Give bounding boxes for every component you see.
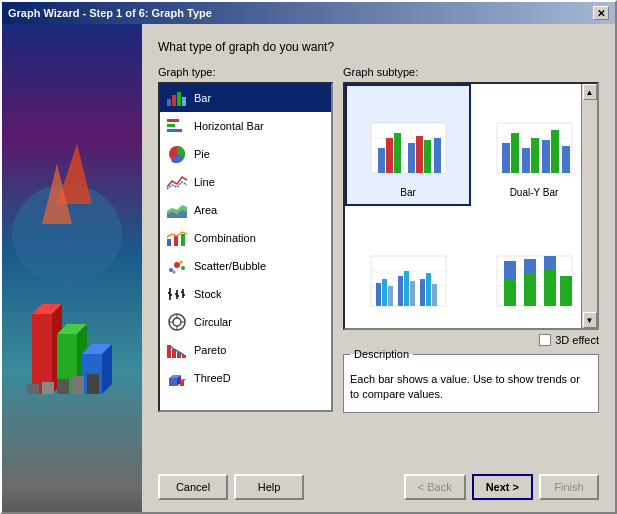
svg-rect-19	[172, 95, 176, 106]
svg-rect-22	[167, 119, 179, 122]
svg-point-31	[169, 268, 173, 272]
svg-rect-100	[544, 256, 556, 269]
graph-type-item-stock[interactable]: Stock	[160, 280, 331, 308]
svg-rect-69	[434, 138, 441, 173]
svg-rect-11	[27, 384, 39, 394]
bar-label: Bar	[194, 92, 211, 104]
graph-type-item-pie[interactable]: Pie	[160, 140, 331, 168]
svg-rect-55	[169, 378, 177, 386]
svg-rect-91	[432, 284, 437, 306]
title-bar: Graph Wizard - Step 1 of 6: Graph Type ✕	[2, 2, 615, 24]
graph-type-item-combination[interactable]: Combination	[160, 224, 331, 252]
bar-subtype-chart	[366, 118, 451, 183]
stock-icon	[166, 285, 188, 303]
svg-rect-98	[524, 259, 536, 273]
threed-icon	[166, 369, 188, 387]
graph-type-list: Bar Horizontal Bar	[158, 82, 333, 412]
svg-rect-97	[524, 273, 536, 306]
subtype-item-3[interactable]	[345, 206, 471, 328]
3d-effect-checkbox[interactable]	[539, 334, 551, 346]
cancel-button[interactable]: Cancel	[158, 474, 228, 500]
svg-point-46	[173, 318, 181, 326]
line-icon	[166, 173, 188, 191]
bar-subtype-label: Bar	[400, 187, 416, 198]
svg-rect-86	[398, 276, 403, 306]
svg-rect-28	[167, 239, 171, 246]
hbar-icon	[166, 117, 188, 135]
svg-rect-83	[376, 283, 381, 306]
svg-rect-21	[182, 97, 186, 106]
pareto-label: Pareto	[194, 344, 226, 356]
subtype4-chart	[492, 251, 577, 316]
pie-label: Pie	[194, 148, 210, 160]
svg-rect-54	[182, 355, 186, 358]
combination-label: Combination	[194, 232, 256, 244]
svg-rect-66	[408, 143, 415, 173]
graph-type-item-threed[interactable]: ThreeD	[160, 364, 331, 392]
scroll-down-button[interactable]: ▼	[583, 312, 597, 328]
svg-point-35	[180, 261, 183, 264]
left-panel	[2, 24, 142, 512]
svg-rect-20	[177, 92, 181, 106]
3d-effect-label: 3D effect	[555, 334, 599, 346]
svg-rect-14	[72, 376, 84, 394]
svg-rect-29	[174, 236, 178, 246]
dual-y-bar-chart	[492, 118, 577, 183]
content-area: Graph type: Bar	[158, 66, 599, 462]
graph-type-item-bar[interactable]: Bar	[160, 84, 331, 112]
wizard-window: Graph Wizard - Step 1 of 6: Graph Type ✕	[0, 0, 617, 514]
graph-type-item-pareto[interactable]: Pareto	[160, 336, 331, 364]
description-legend: Description	[350, 348, 413, 360]
svg-rect-12	[42, 382, 54, 394]
area-icon	[166, 201, 188, 219]
scatter-label: Scatter/Bubble	[194, 260, 266, 272]
circular-label: Circular	[194, 316, 232, 328]
svg-rect-78	[551, 130, 559, 173]
svg-rect-90	[426, 273, 431, 306]
svg-rect-74	[511, 133, 519, 173]
svg-point-32	[174, 262, 180, 268]
graph-type-item-circular[interactable]: Circular	[160, 308, 331, 336]
hbar-label: Horizontal Bar	[194, 120, 264, 132]
subtype-item-bar[interactable]: Bar	[345, 84, 471, 206]
description-fieldset: Description Each bar shows a value. Use …	[343, 348, 599, 413]
subtype-area: Bar	[343, 82, 599, 330]
svg-point-34	[173, 271, 176, 274]
svg-rect-23	[167, 124, 175, 127]
svg-rect-65	[394, 133, 401, 173]
subtype-item-dual-y-bar[interactable]: Dual-Y Bar	[471, 84, 597, 206]
help-button[interactable]: Help	[234, 474, 304, 500]
svg-rect-18	[167, 99, 171, 106]
pareto-icon	[166, 341, 188, 359]
next-button[interactable]: Next >	[472, 474, 533, 500]
graph-type-item-line[interactable]: Line	[160, 168, 331, 196]
graph-type-item-hbar[interactable]: Horizontal Bar	[160, 112, 331, 140]
graph-subtype-label: Graph subtype:	[343, 66, 599, 78]
question-text: What type of graph do you want?	[158, 40, 599, 54]
graph-type-item-area[interactable]: Area	[160, 196, 331, 224]
threed-label: ThreeD	[194, 372, 231, 384]
svg-rect-79	[562, 146, 570, 173]
svg-rect-68	[424, 140, 431, 173]
svg-rect-85	[388, 286, 393, 306]
svg-rect-95	[504, 279, 516, 306]
svg-rect-76	[531, 138, 539, 173]
back-button[interactable]: < Back	[404, 474, 466, 500]
line-label: Line	[194, 176, 215, 188]
window-body: What type of graph do you want? Graph ty…	[2, 24, 615, 512]
description-text: Each bar shows a value. Use to show tren…	[350, 372, 592, 403]
finish-button[interactable]: Finish	[539, 474, 599, 500]
svg-rect-30	[181, 234, 185, 246]
svg-rect-64	[386, 138, 393, 173]
graph-type-item-scatter[interactable]: Scatter/Bubble	[160, 252, 331, 280]
close-button[interactable]: ✕	[593, 6, 609, 20]
svg-point-33	[181, 266, 185, 270]
btn-group-left: Cancel Help	[158, 474, 304, 500]
subtype-scrollbar[interactable]: ▲ ▼	[581, 84, 597, 328]
svg-rect-99	[544, 269, 556, 306]
effect-row: 3D effect	[343, 334, 599, 346]
svg-rect-77	[542, 140, 550, 173]
subtype-item-4[interactable]	[471, 206, 597, 328]
scroll-up-button[interactable]: ▲	[583, 84, 597, 100]
svg-rect-84	[382, 279, 387, 306]
